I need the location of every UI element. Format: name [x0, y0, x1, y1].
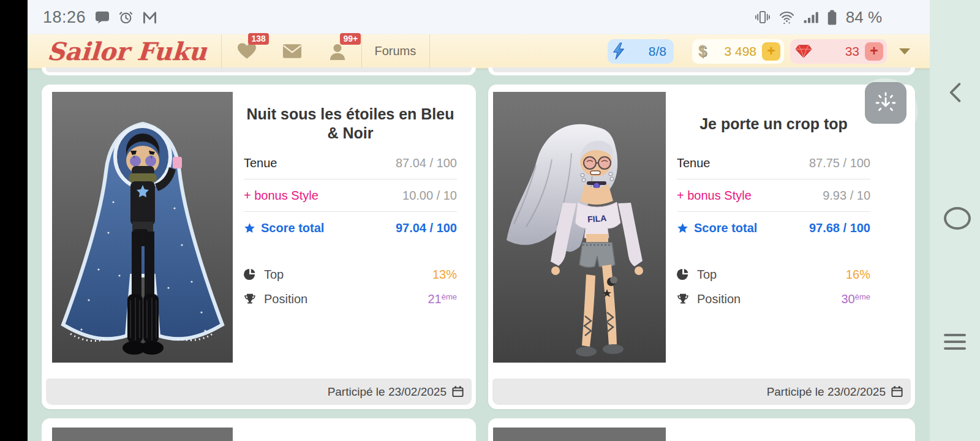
- top-row: Top 13%: [244, 262, 457, 287]
- card-partial-below: [42, 418, 476, 441]
- tenue-row: Tenue 87.04 / 100: [244, 147, 457, 179]
- nav-home-button[interactable]: [944, 207, 971, 230]
- friends-badge: 99+: [340, 33, 361, 45]
- trophy-icon: [244, 293, 257, 305]
- header-divider: [221, 34, 222, 68]
- person-icon: [330, 43, 345, 60]
- score-table: Tenue 87.75 / 100 + bonus Style 9.93 / 1…: [677, 147, 870, 244]
- avatar-image: [493, 428, 666, 441]
- participation-footer: Participé le 23/02/2025: [46, 379, 472, 405]
- camera-cutout-bar: [0, 0, 28, 441]
- score-total-row: Score total 97.68 / 100: [677, 211, 870, 244]
- arrow-down-burst-icon: [873, 91, 898, 115]
- energy-pill[interactable]: 8/8: [608, 39, 674, 64]
- forums-link[interactable]: Forums: [374, 44, 416, 58]
- outfit-card: Nuit sous les étoiles en Bleu & Noir Ten…: [42, 85, 476, 409]
- participation-date: Participé le 23/02/2025: [328, 385, 447, 399]
- status-bar: 18:26 84 %: [28, 0, 930, 34]
- outfit-title[interactable]: Nuit sous les étoiles en Bleu & Noir: [244, 100, 457, 147]
- coins-pill[interactable]: $ 3 498 +: [692, 39, 784, 64]
- vibrate-icon: [755, 10, 770, 24]
- top-row: Top 16%: [677, 262, 870, 287]
- likes-button[interactable]: 138: [238, 43, 256, 59]
- battery-icon: [827, 10, 837, 25]
- pie-chart-icon: [677, 268, 690, 281]
- status-bar-right: 84 %: [755, 8, 882, 27]
- tenue-row: Tenue 87.75 / 100: [677, 147, 870, 179]
- gem-icon: [795, 44, 812, 59]
- wifi-icon: [779, 10, 794, 24]
- trophy-icon: [677, 293, 690, 305]
- clock-text: 18:26: [43, 8, 86, 27]
- phone-screen: 18:26 84 %: [0, 0, 980, 441]
- likes-badge: 138: [248, 33, 268, 45]
- account-dropdown-caret[interactable]: [899, 48, 910, 55]
- buy-coins-button[interactable]: +: [762, 42, 780, 61]
- avatar-shirt-text: FILA: [587, 213, 607, 224]
- card-partial-above: [488, 67, 915, 75]
- star-icon: [677, 222, 688, 234]
- coins-value: 3 498: [707, 44, 756, 59]
- avatar-image[interactable]: FILA: [493, 92, 666, 363]
- card-info-panel: Je porte un crop top Tenue 87.75 / 100 +…: [677, 85, 870, 311]
- score-total-row: Score total 97.04 / 100: [244, 211, 457, 244]
- position-row: Position 30ème: [677, 287, 870, 311]
- score-table: Tenue 87.04 / 100 + bonus Style 10.00 / …: [244, 147, 457, 244]
- envelope-icon: [283, 44, 301, 58]
- bonus-style-row: + bonus Style 10.00 / 10: [244, 179, 457, 211]
- signal-strength-icon: [804, 11, 818, 23]
- sailorfuku-logo[interactable]: Sailor Fuku: [47, 37, 208, 66]
- card-info-panel: Nuit sous les étoiles en Bleu & Noir Ten…: [244, 85, 457, 311]
- avatar-image: [52, 428, 233, 441]
- battery-percent-text: 84 %: [846, 8, 882, 27]
- energy-value: 8/8: [627, 44, 666, 59]
- nav-recents-button[interactable]: [944, 334, 966, 354]
- pie-chart-icon: [244, 268, 257, 281]
- buy-gems-button[interactable]: +: [865, 42, 883, 61]
- participation-date: Participé le 23/02/2025: [767, 385, 886, 399]
- gems-pill[interactable]: 33 +: [790, 39, 887, 64]
- position-row: Position 21ème: [244, 287, 457, 311]
- status-bar-left: 18:26: [43, 8, 157, 27]
- header-divider: [361, 34, 362, 68]
- gmail-notification-icon: [143, 11, 157, 24]
- rank-stats: Top 13% Position 21ème: [244, 262, 457, 311]
- rank-stats: Top 16% Position 30ème: [677, 262, 870, 311]
- avatar-image[interactable]: [52, 92, 233, 363]
- friends-button[interactable]: 99+: [330, 43, 345, 60]
- messages-button[interactable]: [283, 44, 301, 58]
- smart-popup-button[interactable]: [865, 82, 907, 124]
- outfit-card: FILA Je porte un crop top Tenue 87.75 / …: [488, 85, 915, 409]
- calendar-icon: [452, 386, 464, 398]
- card-partial-below: [488, 418, 915, 441]
- site-header: Sailor Fuku 138 99+ Forums 8/8 $ 3 498 +: [28, 34, 930, 69]
- calendar-icon: [891, 386, 903, 398]
- chat-notification-icon: [96, 10, 109, 24]
- star-icon: [244, 222, 255, 234]
- energy-bolt-icon: [611, 42, 627, 60]
- nav-back-button[interactable]: [947, 82, 963, 105]
- outfit-title[interactable]: Je porte un crop top: [677, 100, 870, 147]
- heart-icon: [238, 43, 256, 59]
- bonus-style-row: + bonus Style 9.93 / 10: [677, 179, 870, 211]
- header-divider: [429, 34, 430, 68]
- card-partial-above: [42, 67, 476, 75]
- alarm-icon: [119, 10, 133, 24]
- coin-dollar-icon: $: [698, 42, 707, 60]
- participation-footer: Participé le 23/02/2025: [492, 379, 911, 405]
- gems-value: 33: [812, 44, 859, 59]
- back-chevron-icon: [947, 82, 963, 103]
